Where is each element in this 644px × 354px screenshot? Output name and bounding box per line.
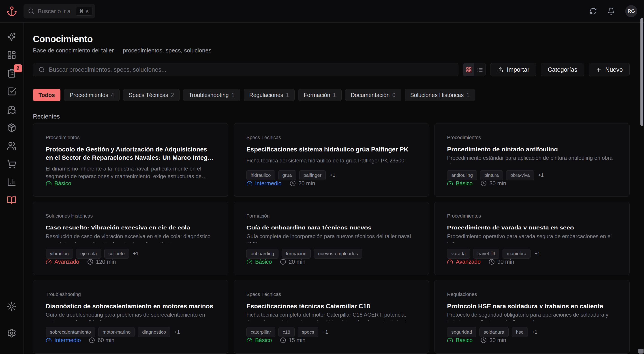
sidebar-item-work-orders[interactable]: 2	[6, 68, 17, 79]
import-button[interactable]: Importar	[490, 63, 536, 76]
package-icon	[7, 123, 16, 132]
book-icon	[7, 196, 16, 205]
refresh-button[interactable]	[590, 8, 597, 15]
filter-chip-todos[interactable]: Todos	[33, 89, 60, 101]
vertical-scrollbar-thumb[interactable]	[640, 18, 643, 126]
filter-chip-label: Soluciones Históricas	[410, 92, 464, 98]
knowledge-card[interactable]: Specs Técnicas Especificaciones sistema …	[234, 123, 429, 197]
duration-badge: 30 min	[480, 337, 506, 343]
page-title: Conocimiento	[33, 34, 630, 44]
sidebar-item-vessels[interactable]	[6, 104, 17, 115]
card-description: Resolución de caso de vibración excesiva…	[46, 233, 216, 243]
new-button[interactable]: Nuevo	[589, 63, 630, 76]
sidebar-item-settings[interactable]	[6, 328, 17, 338]
gauge-icon	[46, 259, 52, 265]
page-subtitle: Base de conocimiento del taller — proced…	[33, 47, 630, 54]
duration-badge: 120 min	[87, 258, 116, 265]
categories-button[interactable]: Categorías	[541, 63, 584, 76]
toolbar: Importar Categorías Nuevo	[33, 63, 630, 76]
section-title: Recientes	[33, 113, 630, 120]
filter-chip-soluciones-hist-ricas[interactable]: Soluciones Históricas1	[405, 89, 475, 101]
tag: formacion	[282, 249, 311, 258]
tag: nuevos-empleados	[314, 249, 362, 258]
avatar[interactable]: RG	[625, 5, 637, 17]
notifications-button[interactable]	[607, 8, 615, 15]
search-icon	[28, 8, 34, 14]
view-grid-button[interactable]	[463, 63, 474, 76]
sidebar-item-tasks[interactable]	[6, 86, 17, 97]
sidebar-item-dashboard[interactable]	[6, 50, 17, 61]
filter-chip-count: 1	[466, 92, 470, 98]
difficulty-badge: Básico	[246, 258, 272, 265]
card-meta: Básico 30 min	[447, 180, 617, 187]
knowledge-card[interactable]: Specs Técnicas Especificaciones técnicas…	[234, 280, 429, 353]
view-list-button[interactable]	[474, 63, 486, 76]
filter-chip-label: Todos	[38, 92, 55, 98]
knowledge-card[interactable]: Procedimientos Procedimiento de varada y…	[434, 202, 630, 275]
card-meta: Básico 30 min	[447, 337, 617, 343]
duration-badge: 90 min	[489, 258, 514, 265]
knowledge-card[interactable]: Regulaciones Protocolo HSE para soldadur…	[434, 280, 630, 353]
sidebar-badge: 2	[14, 64, 22, 72]
card-description: Ficha técnica completa del motor Caterpi…	[246, 311, 416, 321]
card-title: Procedimiento de pintado antifouling	[447, 145, 617, 151]
card-category: Procedimientos	[46, 135, 216, 141]
card-description: Protocolo de seguridad obligatorio para …	[447, 311, 617, 321]
filter-chip-formaci-n[interactable]: Formación1	[298, 89, 342, 101]
filter-chip-procedimientos[interactable]: Procedimientos4	[64, 89, 120, 101]
filter-chip-label: Troubleshooting	[189, 92, 228, 98]
sidebar-item-assistant[interactable]	[6, 32, 17, 42]
card-category: Procedimientos	[447, 213, 617, 219]
sidebar-item-theme-toggle[interactable]	[6, 301, 17, 312]
filter-chip-documentaci-n[interactable]: Documentación0	[345, 89, 401, 101]
clock-icon	[480, 180, 487, 186]
clock-icon	[280, 259, 286, 265]
sidebar-nav: 2	[6, 32, 17, 213]
scrollbar-corner[interactable]	[638, 349, 644, 353]
sidebar-item-crew[interactable]	[6, 141, 17, 151]
sidebar-item-inventory[interactable]	[6, 122, 17, 133]
tags-more: +1	[174, 329, 180, 335]
knowledge-search-input[interactable]	[49, 66, 453, 73]
duration-badge: 20 min	[280, 258, 306, 265]
global-search[interactable]: Buscar o ir a ⌘ K	[24, 4, 95, 18]
duration-badge: 20 min	[290, 180, 315, 187]
knowledge-card[interactable]: Formación Guía de onboarding para técnic…	[234, 202, 429, 275]
knowledge-card[interactable]: Soluciones Históricas Caso resuelto: Vib…	[33, 202, 228, 275]
difficulty-badge: Básico	[447, 337, 472, 343]
card-title: Guía de onboarding para técnicos nuevos	[246, 224, 416, 229]
card-tags: varadatravel-liftmaniobra+1	[447, 249, 617, 258]
difficulty-badge: Básico	[46, 180, 71, 187]
filter-chip-count: 0	[392, 92, 396, 98]
bell-icon	[607, 8, 615, 15]
knowledge-card[interactable]: Procedimientos Procedimiento de pintado …	[434, 123, 630, 197]
card-tags: hidraulicogruapalfinger+1	[246, 170, 416, 180]
filter-chip-troubleshooting[interactable]: Troubleshooting1	[183, 89, 240, 101]
knowledge-search	[33, 63, 458, 76]
grid-view-icon	[466, 67, 472, 73]
card-title: Protocolo HSE para soldadura y trabajos …	[447, 302, 617, 308]
difficulty-badge: Avanzado	[447, 258, 480, 265]
gauge-icon	[246, 180, 252, 186]
categories-button-label: Categorías	[548, 66, 577, 73]
gear-icon	[7, 328, 16, 338]
card-title: Diagnóstico de sobrecalentamiento en mot…	[46, 302, 216, 308]
card-tags: seguridadsoldadurahse+1	[447, 327, 617, 337]
duration-label: 60 min	[98, 337, 114, 343]
card-tags: onboardingformacionnuevos-empleados	[246, 249, 416, 258]
sidebar-item-purchases[interactable]	[6, 159, 17, 169]
card-description: Guía completa de incorporación para nuev…	[246, 233, 416, 243]
search-shortcut-badge: ⌘ K	[76, 7, 92, 16]
tags-more: +1	[322, 329, 328, 335]
card-category: Specs Técnicas	[246, 291, 416, 297]
duration-badge: 30 min	[480, 180, 506, 187]
filter-chip-specs-t-cnicas[interactable]: Specs Técnicas2	[123, 89, 180, 101]
knowledge-card[interactable]: Procedimientos Protocolo de Gestión y Au…	[33, 123, 228, 197]
filter-chip-regulaciones[interactable]: Regulaciones1	[244, 89, 294, 101]
card-meta: Intermedio 60 min	[46, 337, 216, 343]
sidebar-item-reports[interactable]	[6, 177, 17, 188]
tag: motor-marino	[98, 327, 135, 337]
app-logo[interactable]	[0, 6, 24, 16]
sidebar-item-knowledge[interactable]	[6, 195, 17, 206]
knowledge-card[interactable]: Troubleshooting Diagnóstico de sobrecale…	[33, 280, 228, 353]
